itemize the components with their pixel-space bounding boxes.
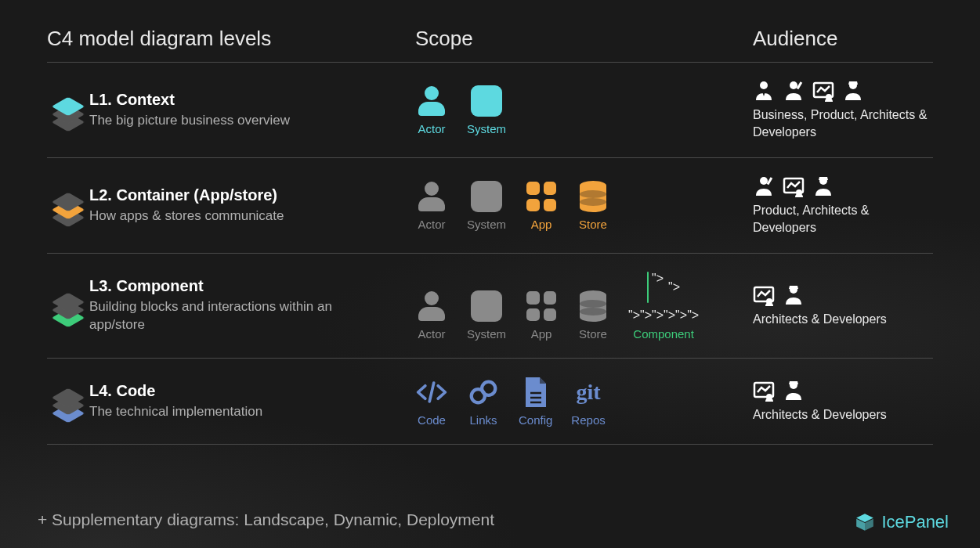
level-subtitle: How apps & stores communicate xyxy=(89,207,368,225)
audience-cell: Product, Architects & Developers xyxy=(753,175,933,236)
scope-label: Component xyxy=(633,327,694,341)
scope-group: Code Links Configgit Repos xyxy=(384,376,753,427)
scope-label: App xyxy=(531,327,552,341)
scope-code: Code xyxy=(415,376,448,427)
audience-text: Architects & Developers xyxy=(753,406,933,424)
archboard-icon xyxy=(812,80,834,102)
svg-point-1 xyxy=(790,81,797,89)
scope-component: ">">">">">">">"> Component xyxy=(628,271,699,341)
audience-cell: Architects & Developers xyxy=(753,380,933,424)
brand-label: IcePanel xyxy=(881,512,949,532)
actor-icon xyxy=(415,180,448,213)
level-subtitle: The big picture business overview xyxy=(89,112,368,130)
audience-cell: Architects & Developers xyxy=(753,284,933,328)
scope-label: System xyxy=(467,218,506,231)
level-row: L2. Container (App/store) How apps & sto… xyxy=(47,158,933,254)
supplementary-text: + Supplementary diagrams: Landscape, Dyn… xyxy=(38,510,494,529)
scope-label: Code xyxy=(418,413,446,427)
archboard-icon xyxy=(753,284,775,306)
scope-group: Actor System App Store xyxy=(384,180,753,231)
level-subtitle: Building blocks and interactions within … xyxy=(89,298,368,334)
config-icon xyxy=(519,376,552,409)
scope-system: System xyxy=(467,180,506,231)
dev-icon xyxy=(812,175,834,197)
scope-label: Store xyxy=(579,327,607,341)
svg-point-6 xyxy=(760,177,768,185)
system-icon xyxy=(470,85,503,117)
brand: IcePanel xyxy=(855,512,949,532)
stack-icon xyxy=(54,292,82,320)
header-audience: Audience xyxy=(753,27,933,51)
scope-links: Links xyxy=(467,376,500,427)
scope-label: Repos xyxy=(571,413,605,427)
scope-label: Config xyxy=(519,413,552,427)
level-row: L1. Context The big picture business ove… xyxy=(47,63,933,158)
audience-text: Product, Architects & Developers xyxy=(753,202,933,236)
dev-icon xyxy=(783,284,805,306)
level-title: L2. Container (App/store) xyxy=(89,186,368,204)
app-icon xyxy=(525,290,558,323)
component-icon: ">"> xyxy=(647,271,680,304)
scope-group: Actor System App Store">">">">">">">"> C… xyxy=(384,271,753,341)
stack-icon xyxy=(54,96,82,124)
scope-actor: Actor xyxy=(415,85,448,135)
audience-cell: Business, Product, Architects & Develope… xyxy=(753,80,933,140)
scope-system: System xyxy=(467,85,506,135)
actor-icon xyxy=(415,85,448,117)
svg-line-14 xyxy=(429,384,433,402)
icepanel-logo-icon xyxy=(855,512,875,532)
store-icon xyxy=(577,290,609,323)
table-header: C4 model diagram levels Scope Audience xyxy=(47,27,933,63)
svg-point-16 xyxy=(482,382,495,395)
links-icon xyxy=(467,376,500,409)
app-icon xyxy=(525,180,558,213)
audience-text: Architects & Developers xyxy=(753,311,933,328)
dev-icon xyxy=(842,80,864,102)
audience-text: Business, Product, Architects & Develope… xyxy=(753,106,933,140)
scope-label: System xyxy=(467,327,506,341)
product-icon xyxy=(753,175,775,197)
archboard-icon xyxy=(753,380,775,402)
level-title: L3. Component xyxy=(89,277,368,295)
archboard-icon xyxy=(783,175,805,197)
scope-group: Actor System xyxy=(384,85,753,135)
scope-store: Store xyxy=(577,290,609,341)
dev-icon xyxy=(783,380,805,402)
system-icon xyxy=(470,290,503,323)
stack-icon xyxy=(54,192,82,220)
store-icon xyxy=(577,180,609,213)
level-row: L4. Code The technical implementation Co… xyxy=(47,359,933,445)
level-title: L1. Context xyxy=(89,91,368,109)
scope-system: System xyxy=(467,290,506,341)
scope-actor: Actor xyxy=(415,290,448,341)
svg-point-0 xyxy=(760,81,768,89)
repos-icon: git xyxy=(572,376,605,409)
scope-label: Actor xyxy=(418,122,445,135)
business-icon xyxy=(753,80,775,102)
stack-icon xyxy=(54,388,82,416)
header-levels: C4 model diagram levels xyxy=(47,27,384,51)
scope-actor: Actor xyxy=(415,180,448,231)
level-subtitle: The technical implementation xyxy=(89,403,368,421)
scope-label: Store xyxy=(579,218,607,231)
scope-app: App xyxy=(525,290,558,341)
scope-repos: git Repos xyxy=(571,376,605,427)
header-scope: Scope xyxy=(415,27,753,51)
scope-store: Store xyxy=(577,180,609,231)
scope-app: App xyxy=(525,180,558,231)
code-icon xyxy=(415,376,448,409)
scope-label: Actor xyxy=(418,218,445,231)
scope-label: Actor xyxy=(418,327,445,341)
product-icon xyxy=(783,80,805,102)
scope-label: Links xyxy=(469,413,497,427)
level-title: L4. Code xyxy=(89,382,368,400)
actor-icon xyxy=(415,290,448,323)
system-icon xyxy=(470,180,503,213)
scope-config: Config xyxy=(519,376,552,427)
scope-label: System xyxy=(467,122,506,135)
level-row: L3. Component Building blocks and intera… xyxy=(47,254,933,359)
scope-label: App xyxy=(531,218,552,231)
